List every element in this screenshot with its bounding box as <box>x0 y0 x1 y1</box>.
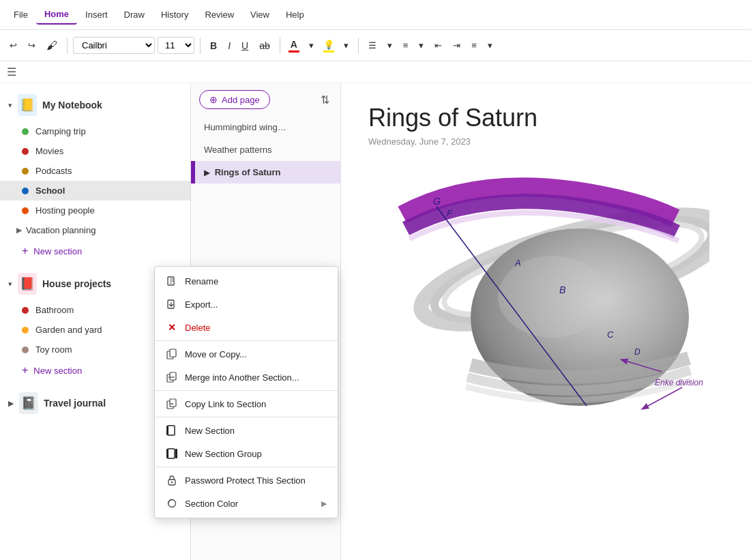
toolbar-divider-2 <box>200 38 201 54</box>
ctx-move-copy[interactable]: Move or Copy... <box>191 342 338 366</box>
bold-button[interactable]: B <box>206 38 221 54</box>
notebook-my-notebook[interactable]: ▾ 📒 My Notebook <box>0 89 190 121</box>
new-section-button-1[interactable]: + New section <box>0 240 190 262</box>
font-family-select[interactable]: Cailbri Arial Times New Roman <box>73 37 155 54</box>
hamburger-menu[interactable]: ☰ <box>0 61 751 83</box>
highlight-button[interactable]: 💡 <box>321 38 337 54</box>
format-painter-button[interactable]: 🖌 <box>42 37 61 55</box>
menu-view[interactable]: View <box>242 5 278 24</box>
ctx-copy-link[interactable]: Copy Link to Section <box>191 392 338 415</box>
new-section-label-1: New section <box>33 246 82 256</box>
ctx-new-section[interactable]: New Section <box>191 419 338 442</box>
submenu-arrow-icon: ▶ <box>321 499 327 508</box>
bullet-list-dropdown[interactable]: ▾ <box>383 38 396 53</box>
svg-text:D: D <box>634 347 640 357</box>
italic-button[interactable]: I <box>224 38 235 54</box>
ctx-section-color-label: Section Color <box>191 499 238 509</box>
context-menu: Rename Export... ✕ Delete Move or Copy..… <box>191 266 338 518</box>
section-color-school <box>22 188 29 194</box>
notebook-title-travel: Travel journal <box>44 398 106 409</box>
underline-button[interactable]: U <box>237 38 252 54</box>
strikethrough-button[interactable]: ab <box>255 38 274 54</box>
section-school[interactable]: School <box>0 181 190 201</box>
menu-insert[interactable]: Insert <box>77 5 116 24</box>
content-area: Rings of Saturn Wednesday, June 7, 2023 <box>341 83 751 560</box>
section-color-movies <box>22 148 29 155</box>
menu-draw[interactable]: Draw <box>116 5 153 24</box>
align-button[interactable]: ≡ <box>467 38 481 53</box>
bullet-list-button[interactable]: ☰ <box>364 38 381 53</box>
ctx-password-label: Password Protect This Section <box>191 475 306 486</box>
svg-text:Enke division: Enke division <box>655 378 703 387</box>
add-page-button[interactable]: ⊕ Add page <box>199 90 270 109</box>
ctx-merge[interactable]: Merge into Another Section... <box>191 366 338 389</box>
ctx-password[interactable]: Password Protect This Section <box>191 469 338 492</box>
font-color-indicator <box>289 50 299 53</box>
font-size-select[interactable]: 11 12 14 16 <box>158 37 194 54</box>
ctx-section-color[interactable]: Section Color ▶ <box>191 492 338 515</box>
active-page-indicator <box>193 161 195 183</box>
sort-pages-button[interactable]: ⇅ <box>318 91 332 109</box>
pages-panel: ⊕ Add page ⇅ Hummingbird wing… Weather p… <box>191 83 341 560</box>
page-label-hummingbird: Hummingbird wing… <box>204 122 286 132</box>
ctx-new-section-label: New Section <box>191 426 235 436</box>
increase-indent-button[interactable]: ⇥ <box>449 38 465 53</box>
section-podcasts[interactable]: Podcasts <box>0 161 190 181</box>
page-title: Rings of Saturn <box>368 104 724 132</box>
font-color-dropdown[interactable]: ▾ <box>305 38 318 53</box>
ctx-divider-1 <box>191 340 338 341</box>
menu-review[interactable]: Review <box>196 5 242 24</box>
section-label-school: School <box>35 186 65 196</box>
section-camping-trip[interactable]: Camping trip <box>0 121 190 141</box>
undo-button[interactable]: ↩ <box>5 38 21 53</box>
font-color-button[interactable]: A <box>286 37 302 54</box>
ctx-delete[interactable]: ✕ Delete <box>191 316 338 339</box>
page-weather[interactable]: Weather patterns <box>191 138 340 161</box>
ctx-new-section-group-label: New Section Group <box>191 449 262 459</box>
section-label-garden: Garden and yard <box>35 325 102 335</box>
align-dropdown[interactable]: ▾ <box>484 38 497 53</box>
page-label-weather: Weather patterns <box>204 145 271 155</box>
section-label-toy-room: Toy room <box>35 344 72 355</box>
svg-text:G: G <box>433 196 441 207</box>
page-date: Wednesday, June 7, 2023 <box>368 136 724 147</box>
main-layout: ▾ 📒 My Notebook Camping trip Movies Podc… <box>0 83 751 560</box>
svg-text:C: C <box>607 329 614 340</box>
menu-home[interactable]: Home <box>36 5 77 25</box>
ctx-rename[interactable]: Rename <box>191 269 338 293</box>
section-hosting-people[interactable]: Hosting people <box>0 201 190 220</box>
chevron-right-icon-vacation: ▶ <box>16 226 22 235</box>
page-hummingbird[interactable]: Hummingbird wing… <box>191 116 340 138</box>
ctx-delete-label: Delete <box>191 323 211 333</box>
highlight-dropdown[interactable]: ▾ <box>340 38 353 53</box>
menu-bar: File Home Insert Draw History Review Vie… <box>0 0 751 30</box>
ctx-move-copy-label: Move or Copy... <box>191 349 247 359</box>
menu-history[interactable]: History <box>153 5 196 24</box>
toolbar-divider-3 <box>280 38 280 54</box>
ctx-rename-label: Rename <box>191 276 218 286</box>
ctx-new-section-group[interactable]: New Section Group <box>191 442 338 465</box>
ctx-export[interactable]: Export... <box>191 293 338 316</box>
notebook-title-house: House projects <box>42 278 111 289</box>
notebook-title-my-notebook: My Notebook <box>42 100 102 110</box>
page-rings-of-saturn[interactable]: ▶ Rings of Saturn <box>191 161 340 183</box>
toolbar-divider-4 <box>358 38 359 54</box>
plus-icon-2: + <box>22 364 28 377</box>
notebook-icon-my-notebook: 📒 <box>18 94 37 116</box>
section-movies[interactable]: Movies <box>0 141 190 161</box>
toolbar: ↩ ↪ 🖌 Cailbri Arial Times New Roman 11 1… <box>0 30 751 61</box>
menu-file[interactable]: File <box>5 5 36 24</box>
section-color-hosting <box>22 207 29 214</box>
menu-help[interactable]: Help <box>278 5 312 24</box>
section-color-camping <box>22 128 29 135</box>
saturn-image: G F A B C D Enke division <box>368 160 709 406</box>
section-label-podcasts: Podcasts <box>35 166 72 176</box>
numbered-list-dropdown[interactable]: ▾ <box>415 38 428 53</box>
section-color-bathroom <box>22 307 29 314</box>
section-vacation-planning[interactable]: ▶ Vacation planning <box>0 220 190 240</box>
notebook-icon-travel: 📓 <box>19 392 38 414</box>
numbered-list-button[interactable]: ≡ <box>399 38 413 53</box>
notebook-icon-house: 📕 <box>18 273 37 295</box>
redo-button[interactable]: ↪ <box>24 38 40 53</box>
decrease-indent-button[interactable]: ⇤ <box>430 38 446 53</box>
